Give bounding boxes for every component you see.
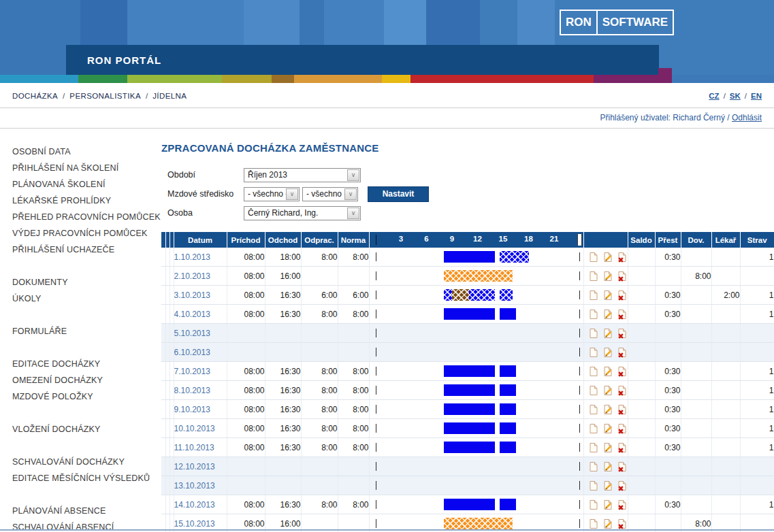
date-link[interactable]: 10.10.2013 (174, 419, 227, 438)
timeline-end-marker[interactable] (577, 234, 582, 246)
date-link[interactable]: 2.10.2013 (174, 267, 227, 286)
date-link[interactable]: 9.10.2013 (174, 400, 227, 419)
date-link[interactable]: 4.10.2013 (174, 305, 227, 324)
set-button[interactable]: Nastavit (368, 186, 429, 202)
pay-center-select-1[interactable]: - všechno - ∨ (244, 187, 300, 201)
sidebar-item--koly[interactable]: ÚKOLY (12, 290, 161, 307)
new-record-icon[interactable] (588, 271, 599, 282)
delete-record-icon[interactable] (617, 252, 628, 263)
sidebar-item-p-ihl-en-uchaze-e[interactable]: PŘIHLÁŠENÍ UCHAZEČE (12, 242, 161, 258)
sidebar-item-pl-novan-kolen-[interactable]: PLÁNOVANÁ ŠKOLENÍ (12, 176, 161, 193)
timeline-track (376, 476, 580, 495)
date-link[interactable]: 6.10.2013 (174, 343, 227, 362)
sidebar-item-omezen-doch-zky[interactable]: OMEZENÍ DOCHÁZKY (12, 372, 161, 388)
delete-record-icon[interactable] (617, 480, 628, 491)
sidebar-item-formul-e[interactable]: FORMULÁŘE (12, 323, 161, 339)
sidebar-item-osobn-data[interactable]: OSOBNÍ DATA (12, 144, 161, 160)
delete-record-icon[interactable] (617, 404, 628, 415)
sidebar-item-vlo-en-doch-zky[interactable]: VLOŽENÍ DOCHÁZKY (12, 421, 161, 437)
nav-item-personalistika[interactable]: PERSONALISTIKA (69, 92, 141, 100)
delete-record-icon[interactable] (617, 309, 628, 320)
vacation-value (681, 476, 711, 495)
new-record-icon[interactable] (588, 252, 599, 263)
sidebar-item-v-dej-pracovn-ch-pom-cek[interactable]: VÝDEJ PRACOVNÍCH POMŮCEK (12, 225, 161, 242)
edit-record-icon[interactable] (602, 499, 613, 510)
delete-record-icon[interactable] (617, 347, 628, 358)
pay-center-select-2[interactable]: - všechno - ∨ (302, 187, 358, 201)
new-record-icon[interactable] (588, 366, 599, 377)
dropdown-arrow-icon[interactable]: ∨ (347, 169, 359, 181)
date-link[interactable]: 11.10.2013 (174, 438, 227, 457)
date-link[interactable]: 7.10.2013 (174, 362, 227, 381)
delete-record-icon[interactable] (617, 461, 628, 472)
sidebar-item-l-ka-sk-prohl-dky[interactable]: LÉKAŘSKÉ PROHLÍDKY (12, 193, 161, 209)
dropdown-arrow-icon[interactable]: ∨ (347, 207, 359, 219)
sidebar-item-p-ihl-en-na-kolen-[interactable]: PŘIHLÁŠENÍ NA ŠKOLENÍ (12, 160, 161, 176)
nav-item-jídelna[interactable]: JÍDELNA (152, 92, 187, 100)
delete-record-icon[interactable] (617, 442, 628, 453)
sidebar-item-mzdov-polo-ky[interactable]: MZDOVÉ POLOŽKY (12, 388, 161, 405)
new-record-icon[interactable] (588, 385, 599, 396)
new-record-icon[interactable] (588, 499, 599, 510)
timeline-end-tick (579, 424, 580, 433)
edit-record-icon[interactable] (602, 461, 613, 472)
nav-item-docházka[interactable]: DOCHÁZKA (12, 92, 58, 100)
delete-record-icon[interactable] (617, 499, 628, 510)
delete-record-icon[interactable] (617, 385, 628, 396)
delete-record-icon[interactable] (617, 271, 628, 282)
new-record-icon[interactable] (588, 461, 599, 472)
new-record-icon[interactable] (588, 328, 599, 339)
delete-record-icon[interactable] (617, 290, 628, 301)
date-link[interactable]: 1.10.2013 (174, 248, 227, 267)
hour-label: 9 (450, 235, 454, 243)
sidebar-item-schvalov-n-doch-zky[interactable]: SCHVALOVÁNÍ DOCHÁZKY (12, 454, 161, 470)
dropdown-arrow-icon[interactable]: ∨ (286, 188, 298, 200)
new-record-icon[interactable] (588, 480, 599, 491)
date-link[interactable]: 13.10.2013 (174, 476, 227, 495)
sidebar-item-editace-doch-zky[interactable]: EDITACE DOCHÁZKY (12, 356, 161, 372)
edit-record-icon[interactable] (602, 385, 613, 396)
sidebar-item-pl-nov-n-absence[interactable]: PLÁNOVÁNÍ ABSENCE (12, 503, 161, 519)
logout-link[interactable]: Odhlásit (732, 113, 762, 122)
new-record-icon[interactable] (588, 404, 599, 415)
edit-record-icon[interactable] (602, 442, 613, 453)
edit-record-icon[interactable] (602, 290, 613, 301)
edit-record-icon[interactable] (602, 328, 613, 339)
date-link[interactable]: 8.10.2013 (174, 381, 227, 400)
new-record-icon[interactable] (588, 347, 599, 358)
date-link[interactable]: 3.10.2013 (174, 286, 227, 305)
edit-record-icon[interactable] (602, 309, 613, 320)
edit-record-icon[interactable] (602, 366, 613, 377)
delete-record-icon[interactable] (617, 423, 628, 434)
departure-time (265, 457, 301, 476)
delete-record-icon[interactable] (617, 328, 628, 339)
new-record-icon[interactable] (588, 518, 599, 529)
timeline-cell (369, 476, 583, 495)
period-select[interactable]: Říjen 2013 ∨ (244, 168, 361, 182)
edit-record-icon[interactable] (602, 252, 613, 263)
sidebar-item-editace-m-s-n-ch-v-sledk-[interactable]: EDITACE MĚSÍČNÍCH VÝSLEDKŮ (12, 470, 161, 486)
new-record-icon[interactable] (588, 442, 599, 453)
edit-record-icon[interactable] (602, 480, 613, 491)
date-link[interactable]: 5.10.2013 (174, 324, 227, 343)
new-record-icon[interactable] (588, 309, 599, 320)
delete-record-icon[interactable] (617, 366, 628, 377)
edit-record-icon[interactable] (602, 347, 613, 358)
sidebar-item-p-ehled-pracovn-ch-pom-cek[interactable]: PŘEHLED PRACOVNÍCH POMŮCEK (12, 209, 161, 225)
norm-hours: 8:00 (338, 362, 369, 381)
new-record-icon[interactable] (588, 290, 599, 301)
lang-link-cz[interactable]: CZ (709, 92, 719, 100)
delete-record-icon[interactable] (617, 518, 628, 529)
lang-link-sk[interactable]: SK (730, 92, 741, 100)
date-link[interactable]: 14.10.2013 (174, 495, 227, 514)
person-select[interactable]: Černý Richard, Ing. ∨ (244, 206, 361, 220)
edit-record-icon[interactable] (602, 404, 613, 415)
lang-link-en[interactable]: EN (751, 92, 762, 100)
new-record-icon[interactable] (588, 423, 599, 434)
sidebar-item-dokumenty[interactable]: DOKUMENTY (12, 274, 161, 290)
dropdown-arrow-icon[interactable]: ∨ (344, 188, 357, 200)
edit-record-icon[interactable] (602, 423, 613, 434)
date-link[interactable]: 12.10.2013 (174, 457, 227, 476)
edit-record-icon[interactable] (602, 271, 613, 282)
edit-record-icon[interactable] (602, 518, 613, 529)
